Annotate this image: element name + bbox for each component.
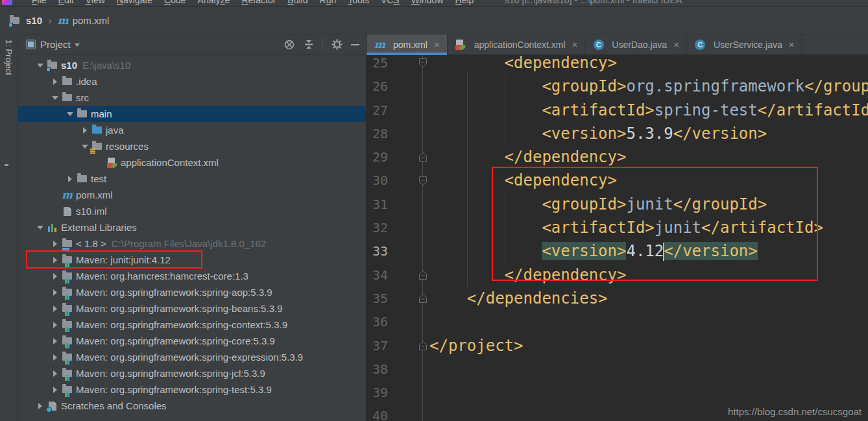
tree-row-test[interactable]: test xyxy=(18,171,366,187)
chevron-open-icon[interactable] xyxy=(78,145,91,149)
menu-file[interactable]: File xyxy=(26,0,53,7)
tree-row-scratches-and-consoles[interactable]: Scratches and Consoles xyxy=(18,398,366,414)
menu-window[interactable]: Window xyxy=(405,0,450,7)
fold-start-icon[interactable] xyxy=(418,58,428,68)
settings-icon[interactable] xyxy=(332,39,343,50)
chevron-closed-icon[interactable] xyxy=(49,370,61,377)
stripe-project-button[interactable]: 1: Project xyxy=(4,40,14,75)
tree-row-maven-org-springframework-spring-test-5-3-9[interactable]: Maven: org.springframework:spring-test:5… xyxy=(18,381,366,398)
menu-vcs[interactable]: VCS xyxy=(375,0,405,7)
line-number: 29 xyxy=(367,145,388,169)
tree-row-src[interactable]: src xyxy=(18,90,366,106)
code-line[interactable]: <dependency> xyxy=(429,55,868,75)
menu-help[interactable]: Help xyxy=(450,0,480,7)
menu-run[interactable]: Run xyxy=(314,0,343,7)
tab-userservice-java[interactable]: CUserService.java× xyxy=(687,34,802,54)
chevron-closed-icon[interactable] xyxy=(64,176,76,182)
chevron-open-icon[interactable] xyxy=(49,96,61,100)
code-line[interactable]: </project> xyxy=(429,334,868,357)
tree-row-maven-org-springframework-spring-expression-5-3-9[interactable]: Maven: org.springframework:spring-expres… xyxy=(18,349,366,365)
tree-row-maven-org-springframework-spring-core-5-3-9[interactable]: Maven: org.springframework:spring-core:5… xyxy=(18,333,366,349)
tree-row-maven-org-springframework-spring-aop-5-3-9[interactable]: Maven: org.springframework:spring-aop:5.… xyxy=(18,284,366,300)
code-line[interactable]: </dependency> xyxy=(429,263,868,287)
tree-row-main[interactable]: main xyxy=(18,106,366,122)
close-tab-icon[interactable]: × xyxy=(789,39,795,50)
tree-row-resources[interactable]: resources xyxy=(18,138,366,154)
code-line[interactable]: <groupId>org.springframework</groupId> xyxy=(429,75,868,98)
breadcrumb-file[interactable]: pom.xml xyxy=(73,15,110,26)
chevron-closed-icon[interactable] xyxy=(78,127,91,134)
tree-row-s10-iml[interactable]: s10.iml xyxy=(18,203,366,219)
chevron-closed-icon[interactable] xyxy=(49,241,61,247)
code-line[interactable]: <dependency> xyxy=(429,169,868,192)
fold-end-icon[interactable] xyxy=(418,270,428,280)
menu-navigate[interactable]: Navigate xyxy=(111,0,158,7)
menu-tools[interactable]: Tools xyxy=(342,0,375,7)
locate-icon[interactable] xyxy=(283,39,295,51)
code-line[interactable]: <version>5.3.9</version> xyxy=(429,122,868,145)
tree-row-1-8[interactable]: < 1.8 >C:\Program Files\Java\jdk1.8.0_16… xyxy=(18,235,366,252)
chevron-closed-icon[interactable] xyxy=(49,78,61,85)
watermark: https://blog.csdn.net/csucsgoat xyxy=(728,406,862,417)
menu-analyze[interactable]: Analyze xyxy=(192,0,236,7)
menu-refactor[interactable]: Refactor xyxy=(235,0,282,7)
tree-row-path: E:\java\s10 xyxy=(82,60,130,71)
tree-row-maven-org-springframework-spring-beans-5-3-9[interactable]: Maven: org.springframework:spring-beans:… xyxy=(18,300,366,317)
chevron-closed-icon[interactable] xyxy=(34,403,46,409)
tree-row-pom-xml[interactable]: mpom.xml xyxy=(18,187,366,203)
line-number: 36 xyxy=(367,310,388,333)
chevron-closed-icon[interactable] xyxy=(49,306,61,312)
close-tab-icon[interactable]: × xyxy=(434,39,440,50)
code-line[interactable]: <artifactId>spring-test</artifactId> xyxy=(429,99,868,122)
code-line[interactable] xyxy=(429,357,868,381)
tree-row-maven-org-springframework-spring-context-5-3-9[interactable]: Maven: org.springframework:spring-contex… xyxy=(18,317,366,333)
chevron-down-icon[interactable] xyxy=(75,43,80,47)
tree-row-s10[interactable]: s10E:\java\s10 xyxy=(18,57,366,73)
tab-pom-xml[interactable]: mpom.xml× xyxy=(367,34,448,54)
chevron-closed-icon[interactable] xyxy=(49,289,61,296)
tree-row-java[interactable]: java xyxy=(18,122,366,138)
project-panel-title[interactable]: Project xyxy=(40,39,71,50)
chevron-closed-icon[interactable] xyxy=(49,322,61,328)
hide-icon[interactable] xyxy=(351,44,359,45)
close-tab-icon[interactable]: × xyxy=(673,39,679,50)
fold-end-icon[interactable] xyxy=(418,341,428,351)
code-editor[interactable]: 25262728293031323334353637383940 <depend… xyxy=(367,55,868,421)
code-line[interactable]: <artifactId>junit</artifactId> xyxy=(429,216,868,239)
code-line[interactable] xyxy=(429,381,868,404)
code-line[interactable]: <version>4.12</version> xyxy=(429,239,868,263)
menu-edit[interactable]: Edit xyxy=(53,0,80,7)
breadcrumb-project[interactable]: s10 xyxy=(26,15,42,26)
chevron-open-icon[interactable] xyxy=(34,64,46,67)
tree-row-external-libraries[interactable]: External Libraries xyxy=(18,219,366,235)
tab-applicationcontext-xml[interactable]: applicationContext.xml× xyxy=(448,34,586,54)
chevron-closed-icon[interactable] xyxy=(49,257,61,263)
tree-row-maven-org-springframework-spring-jcl-5-3-9[interactable]: Maven: org.springframework:spring-jcl:5.… xyxy=(18,365,366,381)
tree-row-applicationcontext-xml[interactable]: applicationContext.xml xyxy=(18,154,366,171)
fold-end-icon[interactable] xyxy=(418,152,428,162)
tree-row-label: java xyxy=(106,125,124,136)
fold-start-icon[interactable] xyxy=(418,176,428,186)
code-area[interactable]: <dependency> <groupId>org.springframewor… xyxy=(429,55,868,421)
tree-row-idea[interactable]: .idea xyxy=(18,73,366,90)
fold-end-icon[interactable] xyxy=(418,293,428,304)
tab-userdao-java[interactable]: CUserDao.java× xyxy=(585,34,687,54)
menu-view[interactable]: View xyxy=(80,0,111,7)
tree-row-maven-junit-junit-4-12[interactable]: Maven: junit:junit:4.12 xyxy=(18,252,366,268)
chevron-open-icon[interactable] xyxy=(34,226,46,230)
code-line[interactable] xyxy=(429,310,868,333)
close-tab-icon[interactable]: × xyxy=(572,39,578,50)
chevron-open-icon[interactable] xyxy=(64,112,76,116)
menu-build[interactable]: Build xyxy=(282,0,313,7)
chevron-closed-icon[interactable] xyxy=(49,338,61,344)
code-line[interactable]: </dependency> xyxy=(429,145,868,169)
menu-code[interactable]: Code xyxy=(158,0,191,7)
code-line[interactable]: <groupId>junit</groupId> xyxy=(429,193,868,216)
chevron-closed-icon[interactable] xyxy=(49,354,61,361)
tree-row-maven-org-hamcrest-hamcrest-core-1-3[interactable]: Maven: org.hamcrest:hamcrest-core:1.3 xyxy=(18,268,366,284)
collapse-all-icon[interactable] xyxy=(304,39,314,50)
code-line[interactable]: </dependencies> xyxy=(429,287,868,310)
chevron-closed-icon[interactable] xyxy=(49,273,61,280)
project-panel-header: Project xyxy=(18,34,366,55)
chevron-closed-icon[interactable] xyxy=(49,387,61,393)
